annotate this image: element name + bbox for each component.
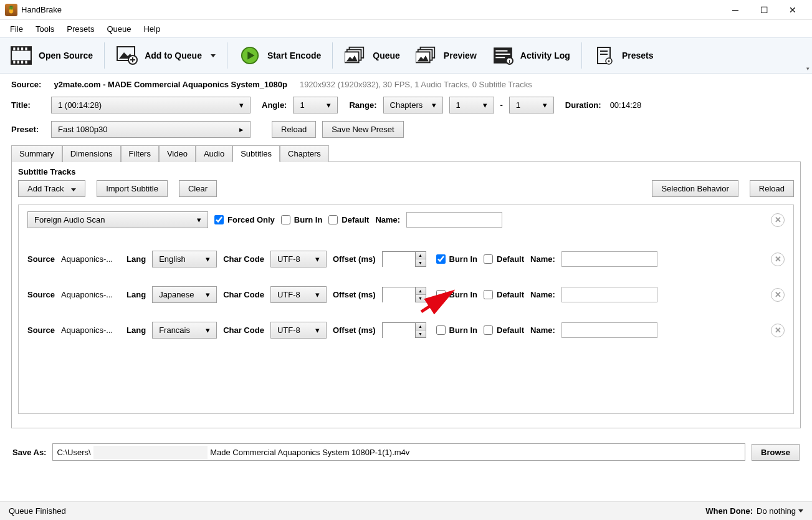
menu-queue[interactable]: Queue [100, 22, 137, 36]
toolbar: Open Source Add to Queue Start Encode Qu… [0, 37, 812, 74]
chevron-down-icon [71, 188, 76, 191]
remove-track-button[interactable]: ✕ [771, 324, 785, 337]
save-as-input[interactable]: C:\Users\ Made Commercial Aquaponics Sys… [52, 443, 745, 461]
tabs: Summary Dimensions Filters Video Audio S… [11, 145, 801, 162]
default-input[interactable] [328, 215, 338, 224]
name-input[interactable] [561, 322, 657, 338]
menu-presets[interactable]: Presets [60, 22, 100, 36]
default-input[interactable] [484, 325, 493, 335]
window-controls: ─ ☐ ✕ [721, 0, 807, 20]
tab-video[interactable]: Video [159, 145, 196, 162]
minimize-button[interactable]: ─ [721, 0, 750, 20]
browse-button[interactable]: Browse [752, 444, 800, 461]
default-checkbox[interactable]: Default [328, 215, 369, 224]
forced-only-checkbox[interactable]: Forced Only [214, 215, 275, 224]
charcode-select[interactable]: UTF-8 ▾ [270, 322, 327, 339]
chevron-right-icon: ▸ [239, 125, 244, 134]
name-input[interactable] [561, 287, 657, 302]
offset-input[interactable] [383, 252, 415, 267]
title-select[interactable]: 1 (00:14:28) ▾ [51, 97, 251, 113]
preview-button[interactable]: Preview [409, 41, 483, 70]
add-to-queue-button[interactable]: Add to Queue [110, 41, 222, 70]
burn-in-checkbox[interactable]: Burn In [281, 215, 323, 224]
offset-spinner[interactable]: ▲▼ [382, 287, 426, 302]
preset-select[interactable]: Fast 1080p30 ▸ [51, 121, 251, 138]
charcode-select[interactable]: UTF-8 ▾ [270, 251, 327, 267]
open-source-button[interactable]: Open Source [4, 41, 99, 70]
default-checkbox[interactable]: Default [484, 254, 524, 264]
lang-select[interactable]: Japanese ▾ [152, 286, 217, 303]
offset-spinner[interactable]: ▲▼ [382, 322, 426, 338]
preset-label: Preset: [11, 125, 45, 134]
menu-file[interactable]: File [4, 22, 29, 36]
spinner-down[interactable]: ▼ [415, 330, 426, 337]
presets-button[interactable]: Presets [587, 41, 660, 70]
track-source-select[interactable]: Foreign Audio Scan ▾ [27, 211, 208, 228]
charcode-value: UTF-8 [277, 325, 300, 335]
forced-only-input[interactable] [214, 215, 224, 224]
tab-summary[interactable]: Summary [11, 145, 62, 162]
add-track-button[interactable]: Add Track [18, 180, 85, 197]
queue-button[interactable]: Queue [338, 41, 406, 70]
burn-in-input[interactable] [436, 325, 446, 335]
save-as-row: Save As: C:\Users\ Made Commercial Aquap… [11, 443, 801, 461]
menu-help[interactable]: Help [137, 22, 166, 36]
burn-in-input[interactable] [281, 215, 290, 224]
name-input[interactable] [406, 212, 502, 228]
toolbar-separator [332, 42, 333, 69]
lang-select[interactable]: English ▾ [152, 251, 217, 267]
import-subtitle-button[interactable]: Import Subtitle [97, 180, 168, 197]
app-title: HandBrake [21, 5, 62, 14]
chevron-down-icon: ▾ [483, 100, 487, 110]
offset-input[interactable] [383, 287, 415, 303]
default-checkbox[interactable]: Default [484, 325, 524, 335]
range-mode-select[interactable]: Chapters ▾ [383, 97, 443, 113]
save-new-preset-button[interactable]: Save New Preset [322, 121, 403, 138]
spinner-up[interactable]: ▲ [415, 287, 426, 295]
tab-chapters[interactable]: Chapters [280, 145, 329, 162]
default-input[interactable] [484, 290, 493, 299]
app-icon: 🍍 [5, 4, 17, 16]
range-from-select[interactable]: 1 ▾ [449, 97, 494, 113]
default-input[interactable] [484, 254, 493, 264]
spinner-up[interactable]: ▲ [415, 252, 426, 259]
remove-track-button[interactable]: ✕ [771, 253, 785, 266]
preset-reload-button[interactable]: Reload [272, 121, 316, 138]
name-input[interactable] [561, 251, 657, 267]
default-checkbox[interactable]: Default [484, 290, 524, 299]
menu-tools[interactable]: Tools [29, 22, 60, 36]
clear-button[interactable]: Clear [179, 180, 217, 197]
charcode-select[interactable]: UTF-8 ▾ [270, 286, 327, 303]
activity-log-button[interactable]: i Activity Log [485, 41, 576, 70]
spinner-up[interactable]: ▲ [415, 323, 426, 330]
close-button[interactable]: ✕ [778, 0, 807, 20]
when-done-select[interactable]: Do nothing [757, 506, 803, 516]
burn-in-checkbox[interactable]: Burn In [436, 325, 478, 335]
subtitles-reload-button[interactable]: Reload [750, 180, 794, 197]
range-to-select[interactable]: 1 ▾ [509, 97, 554, 113]
spinner-down[interactable]: ▼ [415, 295, 426, 302]
tab-dimensions[interactable]: Dimensions [62, 145, 121, 162]
burn-in-input[interactable] [436, 254, 446, 264]
toolbar-label: Activity Log [520, 51, 570, 60]
tab-subtitles[interactable]: Subtitles [232, 145, 280, 162]
toolbar-overflow-icon[interactable]: ▾ [806, 65, 810, 72]
start-encode-button[interactable]: Start Encode [232, 41, 327, 70]
spinner-down[interactable]: ▼ [415, 259, 426, 266]
selection-behavior-button[interactable]: Selection Behavior [652, 180, 738, 197]
burn-in-input[interactable] [436, 290, 446, 299]
lang-value: Francais [159, 325, 190, 335]
offset-input[interactable] [383, 323, 415, 339]
tab-audio[interactable]: Audio [196, 145, 232, 162]
remove-track-button[interactable]: ✕ [771, 213, 785, 227]
remove-track-button[interactable]: ✕ [771, 288, 785, 302]
maximize-button[interactable]: ☐ [750, 0, 778, 20]
burn-in-checkbox[interactable]: Burn In [436, 290, 478, 299]
lang-select[interactable]: Francais ▾ [152, 322, 217, 339]
angle-select[interactable]: 1 ▾ [293, 97, 338, 113]
track-row-foreign: Foreign Audio Scan ▾ Forced Only Burn In… [27, 211, 785, 228]
tab-filters[interactable]: Filters [121, 145, 159, 162]
burn-in-checkbox[interactable]: Burn In [436, 254, 478, 264]
offset-spinner[interactable]: ▲▼ [382, 251, 426, 267]
source-value: Aquaponics-... [61, 325, 120, 335]
